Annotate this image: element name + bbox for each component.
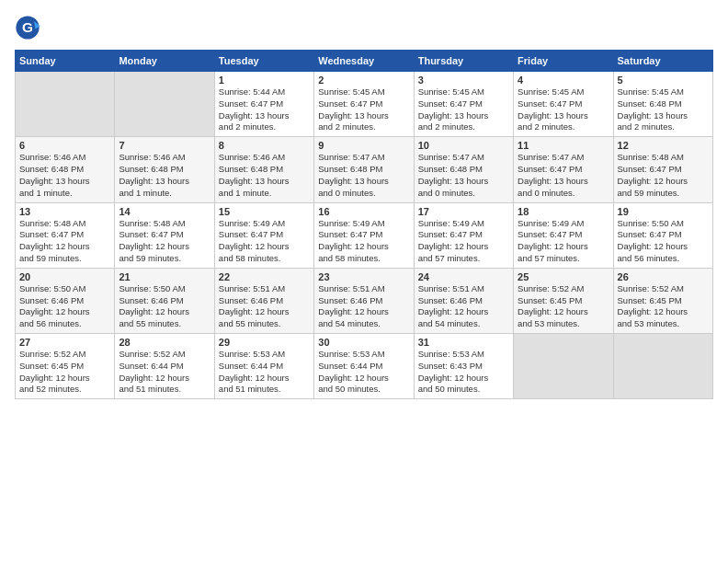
logo: G xyxy=(15,15,44,40)
day-number: 17 xyxy=(418,206,509,217)
calendar-cell: 18Sunrise: 5:49 AMSunset: 6:47 PMDayligh… xyxy=(514,202,613,268)
weekday-header-sunday: Sunday xyxy=(16,51,115,72)
day-info: Sunrise: 5:53 AMSunset: 6:43 PMDaylight:… xyxy=(418,349,509,396)
day-info: Sunrise: 5:53 AMSunset: 6:44 PMDaylight:… xyxy=(318,349,409,396)
day-number: 20 xyxy=(19,271,110,282)
calendar-cell: 27Sunrise: 5:52 AMSunset: 6:45 PMDayligh… xyxy=(16,334,115,399)
calendar-cell: 10Sunrise: 5:47 AMSunset: 6:48 PMDayligh… xyxy=(414,137,513,202)
day-info: Sunrise: 5:47 AMSunset: 6:47 PMDaylight:… xyxy=(518,152,609,199)
day-info: Sunrise: 5:47 AMSunset: 6:48 PMDaylight:… xyxy=(318,152,409,199)
day-info: Sunrise: 5:48 AMSunset: 6:47 PMDaylight:… xyxy=(119,218,210,265)
day-info: Sunrise: 5:49 AMSunset: 6:47 PMDaylight:… xyxy=(318,218,409,265)
day-number: 5 xyxy=(618,75,709,86)
day-number: 12 xyxy=(618,140,709,151)
calendar-cell: 5Sunrise: 5:45 AMSunset: 6:48 PMDaylight… xyxy=(613,72,712,137)
day-number: 26 xyxy=(618,271,709,282)
weekday-header-wednesday: Wednesday xyxy=(314,51,414,72)
calendar-cell: 28Sunrise: 5:52 AMSunset: 6:44 PMDayligh… xyxy=(115,334,214,399)
day-number: 2 xyxy=(318,75,409,86)
day-info: Sunrise: 5:50 AMSunset: 6:46 PMDaylight:… xyxy=(19,283,110,330)
calendar-cell: 21Sunrise: 5:50 AMSunset: 6:46 PMDayligh… xyxy=(115,268,214,333)
calendar-cell: 30Sunrise: 5:53 AMSunset: 6:44 PMDayligh… xyxy=(314,334,414,399)
day-info: Sunrise: 5:51 AMSunset: 6:46 PMDaylight:… xyxy=(418,283,509,330)
day-number: 4 xyxy=(518,75,609,86)
weekday-header-tuesday: Tuesday xyxy=(214,51,313,72)
calendar-cell: 16Sunrise: 5:49 AMSunset: 6:47 PMDayligh… xyxy=(314,202,414,268)
calendar-cell xyxy=(115,72,214,137)
calendar-cell xyxy=(16,72,115,137)
calendar: SundayMondayTuesdayWednesdayThursdayFrid… xyxy=(15,50,713,399)
day-number: 29 xyxy=(219,337,310,348)
day-info: Sunrise: 5:49 AMSunset: 6:47 PMDaylight:… xyxy=(219,218,310,265)
day-number: 28 xyxy=(119,337,210,348)
calendar-cell: 23Sunrise: 5:51 AMSunset: 6:46 PMDayligh… xyxy=(314,268,414,333)
calendar-cell: 22Sunrise: 5:51 AMSunset: 6:46 PMDayligh… xyxy=(214,268,313,333)
calendar-cell: 14Sunrise: 5:48 AMSunset: 6:47 PMDayligh… xyxy=(115,202,214,268)
calendar-cell: 7Sunrise: 5:46 AMSunset: 6:48 PMDaylight… xyxy=(115,137,214,202)
day-info: Sunrise: 5:45 AMSunset: 6:48 PMDaylight:… xyxy=(618,86,709,133)
calendar-cell: 11Sunrise: 5:47 AMSunset: 6:47 PMDayligh… xyxy=(514,137,613,202)
day-info: Sunrise: 5:52 AMSunset: 6:45 PMDaylight:… xyxy=(19,349,110,396)
calendar-cell: 9Sunrise: 5:47 AMSunset: 6:48 PMDaylight… xyxy=(314,137,414,202)
day-info: Sunrise: 5:46 AMSunset: 6:48 PMDaylight:… xyxy=(19,152,110,199)
calendar-cell: 8Sunrise: 5:46 AMSunset: 6:48 PMDaylight… xyxy=(214,137,313,202)
calendar-cell: 3Sunrise: 5:45 AMSunset: 6:47 PMDaylight… xyxy=(414,72,513,137)
day-number: 31 xyxy=(418,337,509,348)
calendar-cell: 1Sunrise: 5:44 AMSunset: 6:47 PMDaylight… xyxy=(214,72,313,137)
calendar-cell: 4Sunrise: 5:45 AMSunset: 6:47 PMDaylight… xyxy=(514,72,613,137)
day-info: Sunrise: 5:52 AMSunset: 6:44 PMDaylight:… xyxy=(119,349,210,396)
logo-icon: G xyxy=(15,15,40,40)
day-info: Sunrise: 5:52 AMSunset: 6:45 PMDaylight:… xyxy=(618,283,709,330)
calendar-cell xyxy=(514,334,613,399)
day-number: 21 xyxy=(119,271,210,282)
day-number: 16 xyxy=(318,206,409,217)
day-number: 11 xyxy=(518,140,609,151)
calendar-cell: 19Sunrise: 5:50 AMSunset: 6:47 PMDayligh… xyxy=(613,202,712,268)
calendar-cell: 2Sunrise: 5:45 AMSunset: 6:47 PMDaylight… xyxy=(314,72,414,137)
page: G SundayMondayTuesdayWednesdayThursdayFr… xyxy=(0,0,728,563)
day-info: Sunrise: 5:45 AMSunset: 6:47 PMDaylight:… xyxy=(518,86,609,133)
day-number: 8 xyxy=(219,140,310,151)
calendar-cell: 15Sunrise: 5:49 AMSunset: 6:47 PMDayligh… xyxy=(214,202,313,268)
weekday-header-friday: Friday xyxy=(514,51,613,72)
calendar-week-row: 27Sunrise: 5:52 AMSunset: 6:45 PMDayligh… xyxy=(16,334,713,399)
day-info: Sunrise: 5:51 AMSunset: 6:46 PMDaylight:… xyxy=(318,283,409,330)
calendar-cell: 26Sunrise: 5:52 AMSunset: 6:45 PMDayligh… xyxy=(613,268,712,333)
weekday-header-monday: Monday xyxy=(115,51,214,72)
calendar-cell: 17Sunrise: 5:49 AMSunset: 6:47 PMDayligh… xyxy=(414,202,513,268)
day-info: Sunrise: 5:48 AMSunset: 6:47 PMDaylight:… xyxy=(19,218,110,265)
day-info: Sunrise: 5:45 AMSunset: 6:47 PMDaylight:… xyxy=(418,86,509,133)
day-info: Sunrise: 5:48 AMSunset: 6:47 PMDaylight:… xyxy=(618,152,709,199)
calendar-cell: 31Sunrise: 5:53 AMSunset: 6:43 PMDayligh… xyxy=(414,334,513,399)
day-info: Sunrise: 5:45 AMSunset: 6:47 PMDaylight:… xyxy=(318,86,409,133)
calendar-cell: 29Sunrise: 5:53 AMSunset: 6:44 PMDayligh… xyxy=(214,334,313,399)
day-info: Sunrise: 5:52 AMSunset: 6:45 PMDaylight:… xyxy=(518,283,609,330)
calendar-cell: 20Sunrise: 5:50 AMSunset: 6:46 PMDayligh… xyxy=(16,268,115,333)
day-info: Sunrise: 5:46 AMSunset: 6:48 PMDaylight:… xyxy=(119,152,210,199)
calendar-cell xyxy=(613,334,712,399)
day-info: Sunrise: 5:50 AMSunset: 6:47 PMDaylight:… xyxy=(618,218,709,265)
day-number: 13 xyxy=(19,206,110,217)
day-info: Sunrise: 5:47 AMSunset: 6:48 PMDaylight:… xyxy=(418,152,509,199)
day-info: Sunrise: 5:51 AMSunset: 6:46 PMDaylight:… xyxy=(219,283,310,330)
day-number: 9 xyxy=(318,140,409,151)
day-info: Sunrise: 5:46 AMSunset: 6:48 PMDaylight:… xyxy=(219,152,310,199)
day-number: 15 xyxy=(219,206,310,217)
day-number: 22 xyxy=(219,271,310,282)
calendar-week-row: 1Sunrise: 5:44 AMSunset: 6:47 PMDaylight… xyxy=(16,72,713,137)
day-number: 14 xyxy=(119,206,210,217)
calendar-week-row: 13Sunrise: 5:48 AMSunset: 6:47 PMDayligh… xyxy=(16,202,713,268)
day-number: 7 xyxy=(119,140,210,151)
calendar-cell: 24Sunrise: 5:51 AMSunset: 6:46 PMDayligh… xyxy=(414,268,513,333)
day-number: 6 xyxy=(19,140,110,151)
weekday-header-saturday: Saturday xyxy=(613,51,712,72)
calendar-cell: 25Sunrise: 5:52 AMSunset: 6:45 PMDayligh… xyxy=(514,268,613,333)
day-number: 19 xyxy=(618,206,709,217)
day-info: Sunrise: 5:49 AMSunset: 6:47 PMDaylight:… xyxy=(518,218,609,265)
day-number: 23 xyxy=(318,271,409,282)
header: G xyxy=(15,15,713,40)
day-number: 24 xyxy=(418,271,509,282)
weekday-header-thursday: Thursday xyxy=(414,51,513,72)
calendar-week-row: 6Sunrise: 5:46 AMSunset: 6:48 PMDaylight… xyxy=(16,137,713,202)
day-number: 10 xyxy=(418,140,509,151)
